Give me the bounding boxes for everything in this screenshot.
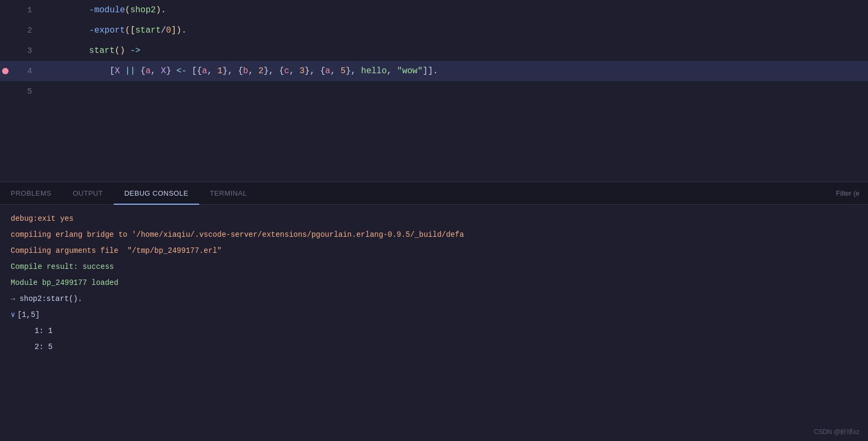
line-number-4: 4: [11, 67, 43, 76]
space-6: [212, 66, 217, 76]
string-wow: "wow": [397, 66, 423, 76]
space-1: [120, 66, 125, 76]
watermark-text: CSDN @虾球xz: [814, 428, 859, 436]
line-number-1: 1: [11, 6, 43, 15]
console-arrow-icon: →: [11, 291, 15, 306]
code-line-5: 5: [0, 81, 868, 102]
atom-b: b: [243, 66, 248, 76]
slash: /: [161, 26, 166, 35]
comma-10: ,: [387, 66, 392, 76]
console-line-9: 2: 5: [26, 339, 857, 354]
watermark: CSDN @虾球xz: [814, 428, 859, 437]
tuple-open-2: {: [197, 66, 202, 76]
comma-5: ,: [269, 66, 274, 76]
space-13: [356, 66, 361, 76]
tuple-close-2: }: [223, 66, 228, 76]
breakpoint-col-4: [0, 68, 11, 74]
console-text-to: to: [119, 227, 128, 242]
tab-terminal-label: TERMINAL: [210, 189, 247, 197]
list-open: [: [110, 66, 115, 76]
console-area: debug:exit yes compiling erlang bridge t…: [0, 205, 868, 441]
space-2: [135, 66, 140, 76]
panel-tabs: PROBLEMS OUTPUT DEBUG CONSOLE TERMINAL F…: [0, 182, 868, 205]
line-number-3: 3: [11, 47, 43, 56]
tab-problems[interactable]: PROBLEMS: [0, 183, 62, 205]
indent-spaces: [89, 66, 110, 76]
console-text-4: Compile result: success: [11, 259, 114, 274]
console-line-8: 1: 1: [26, 323, 857, 338]
space-8: [253, 66, 259, 76]
atom-a-1: a: [145, 66, 151, 76]
console-text-2b: '/home/xiaqiu/.vscode-server/extensions/…: [127, 227, 464, 242]
console-text-2: compiling erlang bridge: [11, 227, 119, 242]
comma-6: ,: [290, 66, 295, 76]
comma-9: ,: [351, 66, 356, 76]
space-14: [392, 66, 397, 76]
tab-debug-console[interactable]: DEBUG CONSOLE: [114, 183, 199, 205]
filter-label[interactable]: Filter (e: [836, 189, 859, 197]
comma-4: ,: [248, 66, 254, 76]
comma-7: ,: [310, 66, 315, 76]
console-text-5: Module bp_2499177 loaded: [11, 275, 119, 290]
tab-terminal[interactable]: TERMINAL: [199, 183, 258, 205]
tab-debug-console-label: DEBUG CONSOLE: [124, 189, 189, 197]
tab-output[interactable]: OUTPUT: [62, 183, 113, 205]
tuple-open-4: {: [279, 66, 284, 76]
dot-4: .: [433, 66, 439, 76]
line-number-2: 2: [11, 26, 43, 35]
number-3: 3: [300, 66, 305, 76]
space-12: [335, 66, 341, 76]
code-lines: 1 -module(shop2). 2 -export([start/0]). …: [0, 0, 868, 102]
console-text-1: debug:exit yes: [11, 211, 74, 226]
bracket-close: ]): [171, 26, 181, 35]
editor-area: 1 -module(shop2). 2 -export([start/0]). …: [0, 0, 868, 182]
console-text-3: Compiling arguments file "/tmp/bp_249917…: [11, 243, 222, 258]
number-1: 1: [217, 66, 223, 76]
code-line-4: 4 [X || {a, X} <- [{a, 1}, {b, 2}, {c, 3…: [0, 61, 868, 81]
console-line-7: ∨ [1,5]: [11, 307, 857, 322]
atom-hello: hello: [361, 66, 387, 76]
list-close-all: ]]: [423, 66, 433, 76]
console-line-5: Module bp_2499177 loaded: [11, 275, 857, 290]
line-number-5: 5: [11, 87, 43, 96]
space-5: [186, 66, 192, 76]
atom-a-3: a: [325, 66, 331, 76]
comma-8: ,: [330, 66, 335, 76]
list-open-2: [: [192, 66, 197, 76]
console-text-6: shop2:start().: [19, 291, 82, 306]
console-text-8: 1: 1: [26, 323, 52, 338]
comma-1: ,: [151, 66, 156, 76]
space-11: [315, 66, 320, 76]
var-x-1: X: [115, 66, 120, 76]
atom-a-2: a: [202, 66, 207, 76]
console-chevron-icon: ∨: [11, 307, 15, 322]
tuple-close-4: }: [304, 66, 310, 76]
console-line-3: Compiling arguments file "/tmp/bp_249917…: [11, 243, 857, 258]
comma-2: ,: [207, 66, 213, 76]
breakpoint-dot: [2, 68, 9, 74]
dot-2: .: [182, 26, 187, 35]
tuple-close-1: }: [166, 66, 171, 76]
comma-3: ,: [228, 66, 233, 76]
tab-problems-label: PROBLEMS: [11, 189, 51, 197]
space-3: [156, 66, 161, 76]
tuple-open-5: {: [320, 66, 325, 76]
arrow-left: <-: [176, 66, 186, 76]
space-7: [233, 66, 238, 76]
tuple-open-3: {: [238, 66, 243, 76]
console-text-9: 2: 5: [26, 339, 52, 354]
tab-output-label: OUTPUT: [73, 189, 103, 197]
tuple-close-5: }: [346, 66, 351, 76]
console-line-6: → shop2:start().: [11, 291, 857, 306]
comprehension-op: ||: [125, 66, 135, 76]
var-x-2: X: [161, 66, 166, 76]
space-9: [274, 66, 279, 76]
console-line-4: Compile result: success: [11, 259, 857, 274]
console-line-1: debug:exit yes: [11, 211, 857, 226]
space-4: [171, 66, 177, 76]
space-10: [294, 66, 300, 76]
number-5: 5: [341, 66, 346, 76]
console-text-7: [1,5]: [17, 307, 40, 322]
atom-c: c: [284, 66, 290, 76]
tuple-close-3: }: [263, 66, 269, 76]
